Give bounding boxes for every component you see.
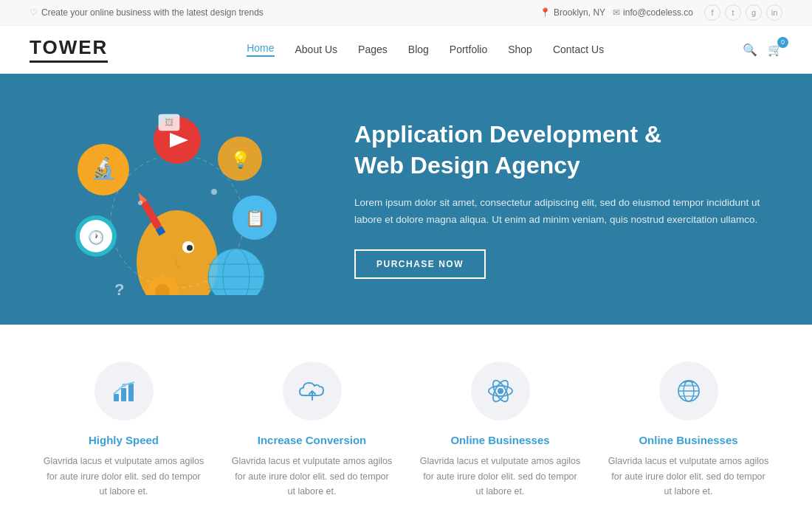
svg-text:🔬: 🔬 [91,156,117,181]
feature-highly-speed: Highly Speed Glavrida lacus et vulputate… [43,361,205,499]
svg-rect-37 [114,394,119,401]
hero-illustration: 🔬 🕐 ? 💡 📋 [44,103,325,295]
nav-item-contact[interactable]: Contact Us [553,44,604,55]
feature-increase-conversion: Increase Conversion Glavrida lacus et vu… [231,361,393,499]
google-icon[interactable]: g [746,4,762,21]
feature-3-title: Online Businesses [450,434,549,446]
svg-text:📋: 📋 [245,208,266,228]
pin-icon: 📍 [540,7,551,18]
svg-point-33 [138,201,142,205]
feature-icon-globe [659,361,718,421]
svg-text:💡: 💡 [230,150,251,170]
feature-4-text: Glavrida lacus et vulputate amos agilos … [608,454,770,499]
nav-item-pages[interactable]: Pages [358,44,388,55]
svg-point-41 [498,388,503,394]
feature-1-text: Glavrida lacus et vulputate amos agilos … [43,454,205,499]
svg-rect-39 [128,384,134,401]
topbar-tagline-area: ♡ Create your online business with the l… [30,7,264,18]
svg-point-0 [137,210,218,295]
feature-icon-atom [471,361,530,421]
hero-content: Application Development &Web Design Agen… [325,120,768,278]
topbar: ♡ Create your online business with the l… [0,0,812,26]
nav-icons: 🔍 🛒 0 [743,43,782,57]
site-logo[interactable]: TOWER [30,36,108,63]
nav-item-portfolio[interactable]: Portfolio [450,44,487,55]
svg-rect-27 [145,289,151,294]
feature-online-businesses-2: Online Businesses Glavrida lacus et vulp… [608,361,770,499]
nav-item-about[interactable]: About Us [295,44,338,55]
nav-item-blog[interactable]: Blog [408,44,429,55]
hero-title: Application Development &Web Design Agen… [354,120,768,181]
svg-text:?: ? [114,280,124,295]
mail-icon: ✉ [613,7,620,18]
nav-item-home[interactable]: Home [247,42,274,57]
features-section: Highly Speed Glavrida lacus et vulputate… [0,325,812,512]
feature-3-text: Glavrida lacus et vulputate amos agilos … [419,454,582,499]
email-area: ✉ info@codeless.co [613,7,693,18]
svg-point-32 [211,189,217,195]
social-icons: f t g in [704,4,782,21]
feature-2-text: Glavrida lacus et vulputate amos agilos … [231,454,393,499]
topbar-tagline: Create your online business with the lat… [41,7,264,18]
purchase-now-button[interactable]: PURCHASE NOW [354,249,486,279]
search-icon[interactable]: 🔍 [743,43,757,57]
heart-icon: ♡ [30,7,38,18]
svg-point-2 [187,245,193,251]
svg-point-40 [122,384,125,387]
hero-section: 🔬 🕐 ? 💡 📋 [0,74,812,325]
facebook-icon[interactable]: f [704,4,720,21]
linkedin-icon[interactable]: in [766,4,782,21]
svg-text:🖼: 🖼 [165,117,173,128]
feature-icon-bar [94,361,154,421]
cart-badge: 0 [777,37,788,48]
feature-4-title: Online Businesses [639,434,737,446]
header: TOWER Home About Us Pages Blog Portfolio… [0,26,812,74]
cart-wrapper[interactable]: 🛒 0 [768,43,782,57]
main-nav: Home About Us Pages Blog Portfolio Shop … [247,42,604,57]
svg-rect-26 [173,289,179,294]
twitter-icon[interactable]: t [725,4,741,21]
email-text: info@codeless.co [623,7,693,18]
feature-icon-cloud [283,361,342,421]
hero-text: Lorem ipsum dolor sit amet, consectetur … [354,195,768,229]
nav-item-shop[interactable]: Shop [508,44,532,55]
topbar-right: 📍 Brooklyn, NY ✉ info@codeless.co f t g … [540,4,782,21]
location-text: Brooklyn, NY [554,7,605,18]
svg-rect-38 [121,388,126,401]
topbar-contact: 📍 Brooklyn, NY ✉ info@codeless.co [540,7,693,18]
svg-text:🕐: 🕐 [88,229,105,246]
svg-rect-24 [160,274,165,280]
feature-online-businesses-1: Online Businesses Glavrida lacus et vulp… [419,361,582,499]
feature-2-title: Increase Conversion [258,434,367,446]
location-area: 📍 Brooklyn, NY [540,7,605,18]
feature-1-title: Highly Speed [89,434,159,446]
